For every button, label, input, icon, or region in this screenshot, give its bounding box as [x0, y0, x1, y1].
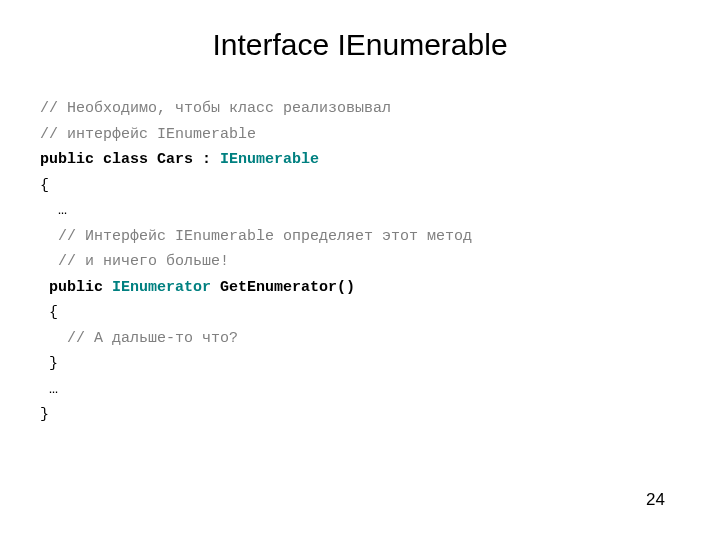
code-ellipsis: …: [40, 202, 67, 219]
code-block: // Необходимо, чтобы класс реализовывал …: [40, 96, 680, 428]
code-brace-open-inner: {: [40, 304, 58, 321]
code-keyword-public: public: [49, 279, 112, 296]
code-brace-close: }: [40, 406, 49, 423]
code-brace-close-inner: }: [40, 355, 58, 372]
code-type-ienumerable: IEnumerable: [220, 151, 319, 168]
code-comment-line-1: // Необходимо, чтобы класс реализовывал: [40, 100, 391, 117]
code-comment-line-4: // и ничего больше!: [40, 253, 229, 270]
code-keyword-public-class: public class: [40, 151, 157, 168]
page-number: 24: [646, 490, 665, 510]
slide-title: Interface IEnumerable: [40, 28, 680, 62]
code-type-ienumerator: IEnumerator: [112, 279, 220, 296]
code-ellipsis-end: …: [40, 381, 58, 398]
code-comment-line-3: // Интерфейс IEnumerable определяет этот…: [40, 228, 472, 245]
code-class-name: Cars :: [157, 151, 220, 168]
code-comment-line-2: // интерфейс IEnumerable: [40, 126, 256, 143]
code-method-name: GetEnumerator(): [220, 279, 355, 296]
code-comment-line-5: // А дальше-то что?: [40, 330, 238, 347]
code-method-indent: [40, 279, 49, 296]
code-brace-open: {: [40, 177, 49, 194]
